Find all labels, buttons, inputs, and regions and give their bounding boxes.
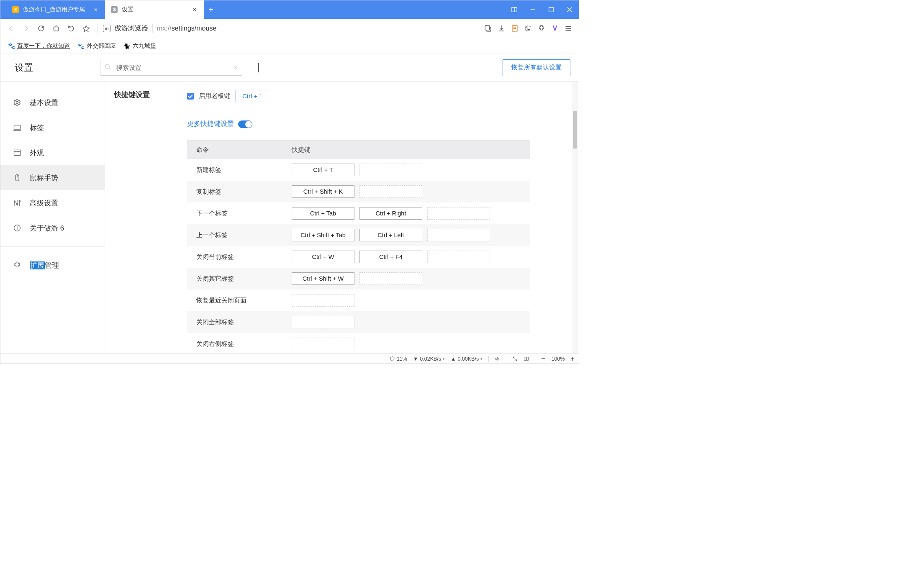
shortcut-slot-empty[interactable] — [427, 251, 490, 263]
maximize-button[interactable] — [542, 0, 560, 19]
clear-search-icon[interactable]: × — [234, 64, 238, 72]
shortcut-slot-empty[interactable] — [292, 294, 354, 307]
svg-rect-7 — [485, 26, 490, 30]
zoom-out-button[interactable]: − — [541, 354, 546, 363]
more-shortcuts-toggle[interactable]: 更多快捷键设置 ⌃ — [187, 120, 530, 128]
fullscreen-button[interactable] — [512, 356, 518, 361]
restore-defaults-button[interactable]: 恢复所有默认设置 — [503, 59, 570, 76]
up-speed-value: 0.00KB/s — [457, 356, 479, 362]
screenshot-button[interactable] — [482, 22, 494, 35]
shortcut-table: 命令 快捷键 新建标签Ctrl + T复制标签Ctrl + Shift + K下… — [187, 140, 530, 353]
section-title: 快捷键设置 — [114, 90, 160, 100]
download-button[interactable] — [495, 22, 508, 35]
undo-tab-button[interactable] — [65, 22, 77, 35]
close-window-button[interactable] — [560, 0, 579, 19]
panel-toggle-button[interactable] — [505, 0, 524, 19]
svg-marker-6 — [83, 26, 90, 31]
extensions-button[interactable] — [535, 22, 548, 35]
sidebar-item-tabs[interactable]: 标签 — [0, 115, 105, 140]
forward-button[interactable] — [20, 22, 32, 35]
bookmark-mofa[interactable]: 外交部回应 — [77, 42, 116, 50]
menu-button[interactable] — [562, 22, 575, 35]
home-button[interactable] — [50, 22, 62, 35]
notes-button[interactable] — [508, 22, 521, 35]
sidebar-item-appearance[interactable]: 外观 — [0, 140, 105, 165]
scrollbar-thumb[interactable] — [573, 111, 577, 149]
checkbox-checked-icon[interactable] — [187, 93, 194, 100]
sidebar-item-mouse[interactable]: 鼠标手势 — [0, 165, 105, 190]
shortcut-chip[interactable]: Ctrl + Shift + K — [292, 185, 354, 198]
bookmark-label: 外交部回应 — [87, 42, 116, 50]
night-mode-button[interactable] — [522, 22, 534, 35]
reload-button[interactable] — [35, 22, 47, 35]
sidebar-item-general[interactable]: 基本设置 — [0, 90, 105, 115]
settings-body: 基本设置 标签 外观 鼠标手势 高级设置 — [0, 82, 579, 353]
split-view-button[interactable] — [524, 356, 529, 361]
sidebar-item-extensions[interactable]: 扩展管理 — [0, 253, 105, 278]
upload-speed[interactable]: ▲ 0.00KB/s ▾ — [451, 356, 483, 362]
cat-icon — [123, 43, 130, 49]
keys-cell — [292, 338, 530, 350]
toggle-on-icon[interactable]: ⌃ — [238, 120, 252, 128]
svg-rect-38 — [526, 357, 528, 361]
shield-icon — [390, 356, 395, 361]
sidebar-item-about[interactable]: 关于傲游 6 — [0, 215, 105, 241]
cpu-indicator[interactable]: 11% — [390, 356, 407, 362]
sidebar-item-label: 标签 — [30, 123, 44, 133]
settings-search[interactable]: × — [100, 60, 242, 76]
table-row: 关闭当前标签Ctrl + WCtrl + F4 — [187, 246, 530, 268]
shortcut-chip[interactable]: Ctrl + T — [292, 164, 354, 176]
shortcut-chip[interactable]: Ctrl + W — [292, 251, 354, 263]
shortcut-chip[interactable]: Ctrl + F4 — [359, 251, 422, 263]
sidebar-item-label: 鼠标手势 — [30, 173, 58, 183]
table-header: 命令 快捷键 — [187, 141, 530, 159]
back-button[interactable] — [5, 22, 17, 35]
shortcut-slot-empty[interactable] — [427, 229, 490, 241]
keys-cell: Ctrl + Shift + TabCtrl + Left — [292, 229, 530, 241]
sidebar-item-label: 关于傲游 6 — [30, 223, 64, 233]
sidebar-item-advanced[interactable]: 高级设置 — [0, 190, 105, 215]
shortcut-slot-empty[interactable] — [292, 316, 354, 328]
up-arrow-icon: ▲ — [451, 356, 456, 362]
svg-rect-3 — [549, 8, 554, 12]
keys-cell: Ctrl + T — [292, 164, 530, 176]
scrollbar[interactable] — [572, 82, 578, 353]
shortcut-slot-empty[interactable] — [359, 272, 422, 285]
separator — [98, 23, 98, 33]
shortcut-chip[interactable]: Ctrl + Left — [359, 229, 422, 241]
shortcut-chip[interactable]: Ctrl + Shift + Tab — [292, 229, 354, 241]
bookmark-label: 六九城堡 — [133, 42, 156, 50]
close-tab-icon[interactable]: × — [92, 6, 99, 13]
window-icon — [13, 149, 21, 157]
keys-cell: Ctrl + WCtrl + F4 — [292, 251, 530, 263]
minimize-button[interactable] — [524, 0, 542, 19]
shortcut-chip[interactable]: Ctrl + Shift + W — [292, 272, 354, 285]
shortcut-slot-empty[interactable] — [359, 185, 422, 198]
search-input[interactable] — [116, 64, 230, 72]
shortcut-chip[interactable]: Ctrl + Tab — [292, 207, 354, 220]
shortcut-slot-empty[interactable] — [292, 338, 354, 350]
address-bar[interactable]: 傲游浏览器 mx://settings/mouse — [103, 22, 479, 35]
new-tab-button[interactable]: + — [204, 0, 218, 19]
url: mx://settings/mouse — [157, 25, 216, 32]
v-icon[interactable]: V — [549, 22, 561, 35]
svg-line-36 — [516, 359, 517, 361]
enable-boss-key-row: 启用老板键 Ctrl + ` — [187, 90, 530, 102]
download-speed[interactable]: ▼ 0.02KB/s ▾ — [413, 356, 445, 362]
bookmark-castle[interactable]: 六九城堡 — [123, 42, 156, 50]
tab-settings[interactable]: 设置 × — [105, 0, 204, 19]
shortcut-slot-empty[interactable] — [427, 207, 490, 220]
sliders-icon — [13, 199, 21, 207]
site-icon — [103, 25, 110, 32]
tab-maxthon-today[interactable]: 傲游今日_傲游用户专属 × — [6, 0, 105, 19]
volume-button[interactable] — [495, 356, 500, 361]
highlight: 扩展 — [30, 261, 45, 269]
favorite-button[interactable] — [80, 22, 92, 35]
shortcut-slot-empty[interactable] — [359, 164, 422, 176]
boss-key-chip[interactable]: Ctrl + ` — [235, 90, 268, 102]
zoom-in-button[interactable]: + — [571, 355, 575, 363]
close-tab-icon[interactable]: × — [191, 6, 198, 13]
bookmark-baidu[interactable]: 百度一下，你就知道 — [8, 42, 70, 50]
shortcut-chip[interactable]: Ctrl + Right — [359, 207, 422, 220]
keys-cell: Ctrl + Shift + K — [292, 185, 530, 198]
